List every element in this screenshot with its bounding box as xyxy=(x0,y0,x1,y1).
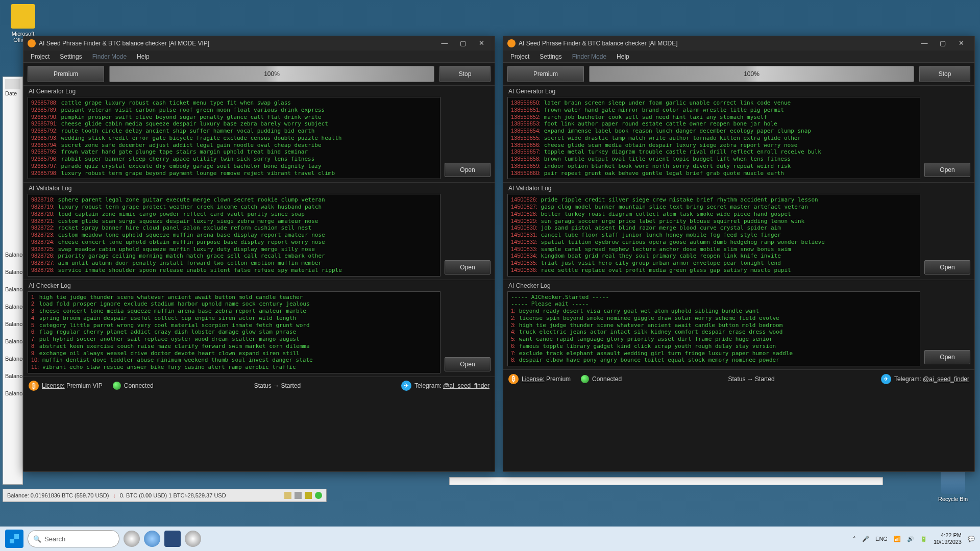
bg-sidebar: Date Balance: Balance: Balance: Balance:… xyxy=(3,77,23,485)
tg-label: Telegram: xyxy=(894,375,921,383)
license-value: Premium xyxy=(546,375,571,383)
minimize-button[interactable]: — xyxy=(915,37,934,49)
taskbar-app-icon[interactable] xyxy=(185,531,201,547)
toolbar: Premium 100% Stop xyxy=(503,63,974,85)
start-button[interactable] xyxy=(5,530,23,548)
license-group[interactable]: ₿ License: Premium VIP xyxy=(29,381,103,391)
close-button[interactable]: ✕ xyxy=(952,37,970,49)
license-group[interactable]: ₿ License: Premium xyxy=(508,374,571,384)
status-bar: ₿ License: Premium VIP Connected Status … xyxy=(23,377,495,395)
close-button[interactable]: ✕ xyxy=(472,37,491,49)
status-text: Status → Started xyxy=(728,375,774,383)
status-bar: ₿ License: Premium Connected Status → St… xyxy=(503,369,974,388)
trash-icon xyxy=(941,469,965,494)
validator-log-header: AI Validator Log xyxy=(503,183,974,194)
menu-help[interactable]: Help xyxy=(132,52,155,61)
telegram-icon: ✈ xyxy=(881,374,891,384)
tg-link[interactable]: @ai_seed_finder xyxy=(443,382,489,389)
open-checker-button[interactable]: Open xyxy=(445,357,491,371)
checker-log-body[interactable]: 1: high tie judge thunder scene whatever… xyxy=(28,291,440,373)
open-generator-button[interactable]: Open xyxy=(924,163,970,177)
generator-log-body[interactable]: 138559850: later brain screen sleep unde… xyxy=(507,97,920,179)
generator-log-body[interactable]: 92685788: cattle grape luxury robust cas… xyxy=(28,97,440,179)
menu-project[interactable]: Project xyxy=(505,52,534,61)
status-dot-icon xyxy=(581,375,589,383)
menu-finder-mode[interactable]: Finder Mode xyxy=(567,52,611,61)
chevron-up-icon[interactable]: ˄ xyxy=(853,536,856,542)
sync-dot-icon[interactable] xyxy=(315,492,322,499)
connected-label: Connected xyxy=(124,382,154,389)
balance-text-2: 0. BTC (0.00 USD) 1 BTC≈28,529.37 USD xyxy=(120,492,226,498)
icon-label: Recycle Bin xyxy=(935,496,971,502)
progress-bar: 100% xyxy=(109,66,434,82)
search-icon: 🔍 xyxy=(33,535,41,543)
tools-icon[interactable] xyxy=(295,492,302,499)
checker-log-section: AI Checker Log ----- AIChecker.Started -… xyxy=(503,280,974,370)
desktop-icon-recycle[interactable]: Recycle Bin xyxy=(935,469,971,502)
wifi-icon[interactable]: 📶 xyxy=(894,536,901,542)
balance-text-1: Balance: 0.01961836 BTC (559.70 USD) xyxy=(7,492,109,498)
license-label: License: xyxy=(522,375,545,383)
maximize-button[interactable]: ▢ xyxy=(934,37,952,49)
open-validator-button[interactable]: Open xyxy=(924,260,970,274)
status-text: Status → Started xyxy=(254,382,301,389)
stop-button[interactable]: Stop xyxy=(919,66,970,82)
connection-group: Connected xyxy=(113,382,154,390)
validator-log-header: AI Validator Log xyxy=(23,183,495,194)
checker-log-body[interactable]: ----- AIChecker.Started ----- ----- Plea… xyxy=(507,291,920,367)
menu-finder-mode[interactable]: Finder Mode xyxy=(87,52,132,61)
title-bar[interactable]: AI Seed Phrase Finder & BTC balance chec… xyxy=(503,36,974,51)
taskbar-app-icon[interactable] xyxy=(164,531,181,547)
mic-icon[interactable]: 🎤 xyxy=(862,536,869,542)
validator-log-body[interactable]: 9828718: sphere parent legal zone guitar… xyxy=(28,194,440,276)
menu-settings[interactable]: Settings xyxy=(55,52,87,61)
taskbar-app-icon[interactable] xyxy=(124,531,140,547)
menu-settings[interactable]: Settings xyxy=(534,52,567,61)
window-title: AI Seed Phrase Finder & BTC balance chec… xyxy=(519,40,915,47)
menu-help[interactable]: Help xyxy=(611,52,634,61)
validator-log-section: AI Validator Log 9828718: sphere parent … xyxy=(23,182,495,279)
language-indicator[interactable]: ENG xyxy=(875,536,888,542)
telegram-group[interactable]: ✈ Telegram: @ai_seed_finder xyxy=(881,374,969,384)
status-dot-icon xyxy=(113,382,121,390)
stop-button[interactable]: Stop xyxy=(439,66,491,82)
menu-bar: Project Settings Finder Mode Help xyxy=(23,51,495,63)
volume-icon[interactable]: 🔊 xyxy=(907,536,914,542)
bitcoin-icon: ₿ xyxy=(508,374,519,384)
telegram-group[interactable]: ✈ Telegram: @ai_seed_finder xyxy=(401,381,489,391)
search-placeholder: Search xyxy=(44,535,65,543)
open-validator-button[interactable]: Open xyxy=(445,260,491,274)
open-generator-button[interactable]: Open xyxy=(445,163,491,177)
checker-log-section: AI Checker Log 1: high tie judge thunder… xyxy=(23,280,495,377)
premium-button[interactable]: Premium xyxy=(507,66,584,82)
premium-button[interactable]: Premium xyxy=(28,66,104,82)
checker-log-header: AI Checker Log xyxy=(23,280,495,291)
license-value: Premium VIP xyxy=(66,382,103,389)
open-checker-button[interactable]: Open xyxy=(924,350,970,364)
clock[interactable]: 4:22 PM 10/19/2023 xyxy=(934,532,962,545)
validator-log-body[interactable]: 14500826: pride ripple credit silver sie… xyxy=(507,194,920,276)
generator-log-header: AI Generator Log xyxy=(503,86,974,97)
menu-bar: Project Settings Finder Mode Help xyxy=(503,51,974,63)
battery-icon[interactable]: 🔋 xyxy=(920,536,927,542)
taskbar: 🔍 Search ˄ 🎤 ENG 📶 🔊 🔋 4:22 PM 10/19/202… xyxy=(0,527,980,551)
search-box[interactable]: 🔍 Search xyxy=(28,530,119,547)
maximize-button[interactable]: ▢ xyxy=(454,37,472,49)
minimize-button[interactable]: — xyxy=(435,37,454,49)
generator-log-section: AI Generator Log 138559850: later brain … xyxy=(503,85,974,182)
menu-project[interactable]: Project xyxy=(26,52,55,61)
bitcoin-icon: ₿ xyxy=(29,381,39,391)
time-label: 4:22 PM xyxy=(934,532,962,539)
tg-link[interactable]: @ai_seed_finder xyxy=(923,375,969,383)
progress-label: 100% xyxy=(110,66,434,82)
license-label: License: xyxy=(42,382,65,389)
down-arrow-icon: ↓ xyxy=(113,492,116,498)
taskbar-app-icon[interactable] xyxy=(144,531,160,547)
app-window-right: AI Seed Phrase Finder & BTC balance chec… xyxy=(503,36,975,472)
lock-icon[interactable] xyxy=(284,492,291,499)
office-icon xyxy=(11,4,35,29)
notifications-icon[interactable]: 💬 xyxy=(968,536,975,542)
progress-bar: 100% xyxy=(589,66,914,82)
title-bar[interactable]: AI Seed Phrase Finder & BTC balance chec… xyxy=(23,36,495,51)
key-icon[interactable] xyxy=(305,492,312,499)
